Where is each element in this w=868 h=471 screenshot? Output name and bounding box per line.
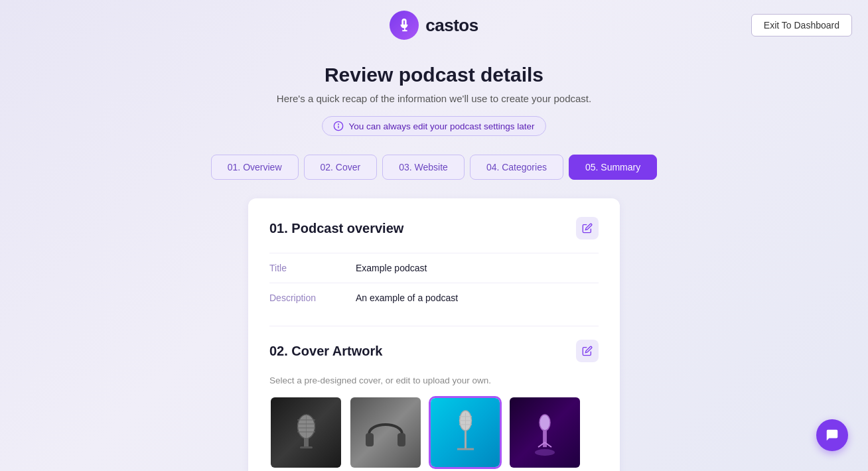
cover-subtitle: Select a pre-designed cover, or edit to … (269, 375, 599, 385)
mic-stand-icon (447, 406, 484, 459)
svg-rect-4 (304, 438, 309, 448)
exit-dashboard-button[interactable]: Exit To Dashboard (751, 14, 852, 36)
title-row: Title Example podcast (269, 253, 599, 283)
overview-section-header: 01. Podcast overview (269, 217, 599, 239)
cover-image-2 (350, 397, 421, 468)
cover-option-4[interactable] (508, 396, 581, 469)
title-value: Example podcast (356, 263, 427, 273)
pencil-icon-2 (582, 346, 593, 356)
steps-nav: 01. Overview 02. Cover 03. Website 04. C… (211, 155, 657, 180)
svg-point-22 (535, 449, 555, 456)
main-content: Review podcast details Here's a quick re… (0, 50, 868, 471)
info-badge: You can always edit your podcast setting… (322, 116, 545, 136)
chat-bubble-button[interactable] (816, 419, 848, 451)
cover-grid (269, 396, 599, 469)
cover-option-2[interactable] (349, 396, 422, 469)
overview-title: 01. Podcast overview (269, 221, 403, 236)
cover-section-header: 02. Cover Artwork (269, 340, 599, 362)
step-overview[interactable]: 01. Overview (211, 155, 299, 180)
description-row: Description An example of a podcast (269, 283, 599, 312)
header: castos Exit To Dashboard (0, 0, 868, 50)
vintage-mic-icon (288, 408, 325, 458)
stage-mic-icon (528, 406, 561, 459)
svg-rect-11 (366, 433, 374, 446)
description-value: An example of a podcast (356, 293, 458, 303)
microphone-icon (397, 18, 411, 33)
headphones-icon (362, 411, 409, 454)
title-label: Title (269, 263, 356, 273)
section-divider (269, 326, 599, 326)
overview-edit-button[interactable] (576, 217, 599, 239)
info-badge-text: You can always edit your podcast setting… (348, 121, 534, 131)
pencil-icon (582, 223, 593, 234)
logo: castos (390, 11, 478, 40)
cover-image-3 (431, 398, 500, 467)
description-label: Description (269, 293, 356, 303)
info-icon (333, 121, 344, 131)
svg-rect-5 (300, 446, 313, 448)
svg-point-20 (540, 415, 550, 431)
cover-option-3[interactable] (429, 396, 502, 469)
cover-title: 02. Cover Artwork (269, 344, 382, 359)
cover-image-4 (510, 397, 580, 468)
step-cover[interactable]: 02. Cover (304, 155, 378, 180)
svg-rect-12 (398, 433, 405, 446)
step-website[interactable]: 03. Website (382, 155, 465, 180)
cover-option-1[interactable] (269, 396, 342, 469)
page-subtitle: Here's a quick recap of the information … (277, 93, 591, 104)
step-categories[interactable]: 04. Categories (470, 155, 563, 180)
logo-icon (390, 11, 419, 40)
page-title: Review podcast details (325, 64, 543, 86)
logo-text: castos (425, 15, 478, 36)
cover-edit-button[interactable] (576, 340, 599, 362)
cover-image-1 (271, 397, 341, 468)
chat-icon (825, 428, 839, 442)
step-summary[interactable]: 05. Summary (569, 155, 657, 180)
content-card: 01. Podcast overview Title Example podca… (248, 198, 620, 471)
